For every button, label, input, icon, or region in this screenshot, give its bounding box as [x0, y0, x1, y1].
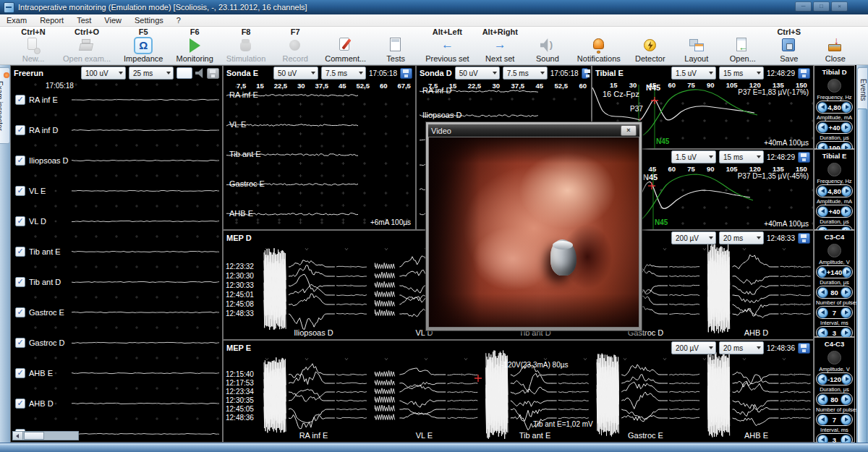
scroll-thumb[interactable] [24, 432, 44, 440]
decrement-button[interactable] [817, 287, 828, 298]
horizontal-scrollbar[interactable] [12, 431, 79, 440]
channel-checkbox[interactable] [15, 338, 25, 348]
decrement-button[interactable] [817, 122, 828, 133]
toolbar-button[interactable]: F8 Stimulation [220, 27, 272, 64]
stimulator-indicator[interactable] [827, 351, 841, 364]
decrement-button[interactable] [817, 267, 827, 278]
toolbar-button[interactable]: Ctrl+S Save [766, 27, 812, 64]
increment-button[interactable] [841, 307, 851, 318]
increment-button[interactable] [841, 206, 851, 217]
video-window[interactable]: Video × [425, 121, 642, 331]
toolbar-button[interactable]: F5 Impedance [117, 27, 169, 64]
channel-checkbox[interactable] [15, 398, 25, 409]
save-trace-icon[interactable] [798, 343, 810, 354]
marker-button[interactable] [176, 67, 192, 79]
toolbar-icon [490, 37, 509, 54]
vertical-scrollbar[interactable] [857, 108, 867, 443]
menu-item[interactable]: View [98, 14, 128, 26]
stimulator-indicator[interactable] [827, 244, 841, 257]
tibial-d-timebase-select[interactable]: 15 ms [719, 150, 764, 163]
sonda-e-timebase-select[interactable]: 7.5 ms [321, 67, 366, 80]
menu-item[interactable]: Settings [128, 14, 170, 26]
channel-checkbox[interactable] [15, 216, 25, 226]
decrement-button[interactable] [817, 186, 827, 197]
toolbar-button[interactable]: Ctrl+N New... [10, 27, 56, 64]
toolbar-button[interactable]: F6 Monitoring [169, 27, 219, 64]
title-bar[interactable]: Intraoperative monitoring (Emulation mod… [0, 0, 868, 14]
toolbar-button[interactable]: Alt+Left Previous set [419, 27, 476, 64]
toolbar-button[interactable]: Open... [720, 27, 766, 64]
save-trace-icon[interactable] [798, 68, 810, 79]
events-tab[interactable]: Events [857, 67, 867, 112]
decrement-button[interactable] [817, 206, 828, 217]
channel-checkbox[interactable] [15, 125, 25, 135]
window-control-button[interactable]: □ [813, 1, 830, 12]
toolbar-button[interactable]: Tests [373, 27, 419, 64]
menu-item[interactable]: Exam [0, 14, 33, 26]
increment-button[interactable] [841, 374, 851, 385]
sonda-d-timebase-select[interactable]: 7.5 ms [503, 67, 548, 80]
stimulator-indicator[interactable] [827, 79, 841, 93]
toolbar-button[interactable]: Comment... [318, 27, 373, 64]
channel-checkbox[interactable] [15, 277, 25, 287]
sonda-d-scale-select[interactable]: 50 uV [455, 67, 500, 80]
toolbar-label: Impedance [124, 54, 163, 64]
toolbar-button[interactable]: Layout [673, 27, 720, 64]
channel-label: Tib ant D [29, 278, 61, 286]
chevron-down-icon [119, 72, 123, 74]
increment-button[interactable] [842, 267, 851, 278]
toolbar-button[interactable]: F7 Record [272, 27, 318, 64]
menu-item[interactable]: Report [33, 14, 70, 26]
window-control-button[interactable]: ─ [795, 1, 812, 12]
decrement-button[interactable] [817, 374, 827, 385]
stimulator-indicator[interactable] [827, 163, 841, 176]
exam-inspector-tab[interactable]: Exam inspector [0, 67, 10, 144]
menu-item[interactable]: Test [70, 14, 98, 26]
mep-e-scale-select[interactable]: 200 µV [671, 341, 716, 354]
channel-checkbox[interactable] [15, 155, 25, 166]
increment-button[interactable] [841, 394, 851, 405]
increment-button[interactable] [841, 186, 851, 197]
channel-checkbox[interactable] [15, 186, 25, 196]
decrement-button[interactable] [817, 307, 828, 318]
toolbar-button[interactable]: Ctrl+O Open exam... [56, 27, 117, 64]
close-icon[interactable]: × [621, 125, 637, 136]
tibial-e-timebase-select[interactable]: 15 ms [719, 67, 764, 80]
increment-button[interactable] [841, 414, 851, 425]
tibial-d-scale-select[interactable]: 1.5 uV [671, 150, 716, 163]
video-title-bar[interactable]: Video × [428, 124, 639, 137]
save-trace-icon[interactable] [798, 152, 810, 163]
scroll-left-arrow[interactable] [13, 432, 23, 440]
increment-button[interactable] [841, 287, 851, 298]
save-trace-icon[interactable] [400, 68, 412, 79]
save-trace-icon[interactable] [207, 68, 219, 79]
menu-item[interactable]: ? [170, 14, 187, 26]
toolbar-button[interactable]: Notifications [571, 27, 627, 64]
window-control-button[interactable]: × [831, 1, 848, 12]
save-trace-icon[interactable] [798, 233, 810, 244]
speaker-icon[interactable] [195, 68, 204, 78]
decrement-button[interactable] [817, 414, 828, 425]
tibial-e-scale-select[interactable]: 1.5 uV [671, 67, 716, 80]
freerun-scale-select[interactable]: 100 uV [81, 67, 126, 80]
save-trace-icon[interactable] [582, 68, 588, 79]
decrement-button[interactable] [817, 102, 827, 113]
freerun-timebase-select[interactable]: 25 ms [129, 67, 174, 80]
channel-checkbox[interactable] [15, 307, 25, 317]
toolbar-button[interactable]: Detector [627, 27, 673, 64]
mep-e-timebase-select[interactable]: 20 ms [719, 341, 764, 354]
increment-button[interactable] [841, 102, 851, 113]
sonda-e-scale-select[interactable]: 50 uV [273, 67, 318, 80]
increment-button[interactable] [841, 122, 851, 133]
channel-checkbox[interactable] [15, 95, 25, 105]
toolbar-button[interactable]: Alt+X Exit [859, 27, 868, 64]
mep-d-timebase-select[interactable]: 20 ms [719, 231, 764, 244]
n45-cursor-label: N45 [655, 218, 668, 226]
decrement-button[interactable] [817, 394, 828, 405]
mep-d-scale-select[interactable]: 200 µV [671, 231, 716, 244]
channel-checkbox[interactable] [15, 247, 25, 257]
toolbar-button[interactable]: Alt+Right Next set [476, 27, 524, 64]
channel-checkbox[interactable] [15, 368, 25, 378]
toolbar-button[interactable]: Sound [524, 27, 571, 64]
toolbar-button[interactable]: Close [812, 27, 859, 64]
